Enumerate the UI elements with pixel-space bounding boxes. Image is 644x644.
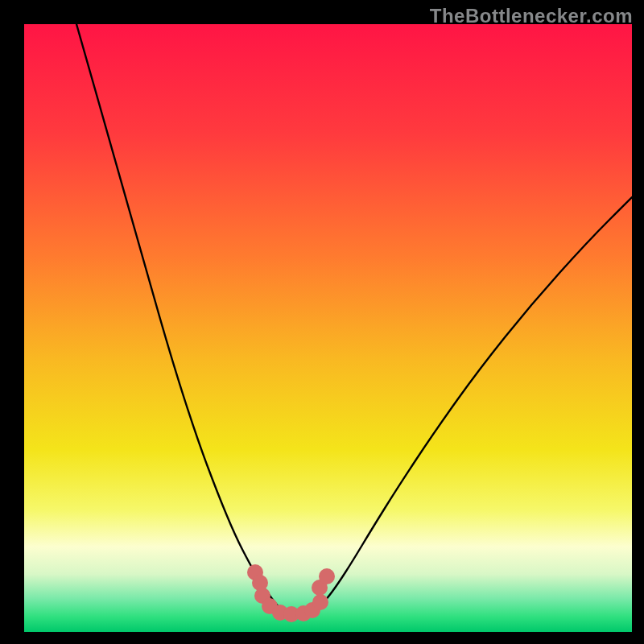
chart-stage: TheBottlenecker.com	[0, 0, 644, 644]
curve-marker	[319, 568, 335, 584]
attribution-label: TheBottlenecker.com	[430, 5, 633, 27]
plot-background	[24, 24, 632, 632]
bottleneck-chart	[0, 0, 644, 644]
curve-marker	[312, 594, 328, 610]
